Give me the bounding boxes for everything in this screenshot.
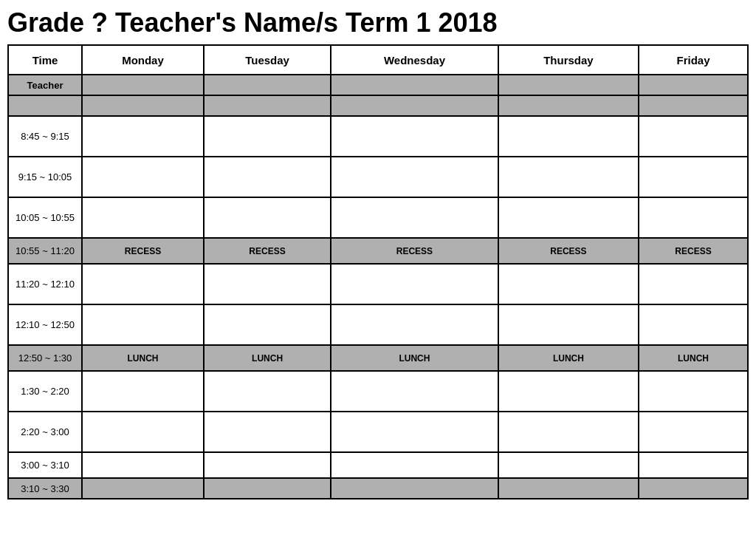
day-cell: LUNCH: [82, 345, 204, 371]
day-cell: [639, 95, 748, 116]
day-cell: [82, 197, 204, 238]
day-cell: [498, 452, 639, 478]
schedule-table: Time Monday Tuesday Wednesday Thursday F…: [7, 44, 749, 499]
day-cell: [82, 478, 204, 499]
time-cell: 10:55 ~ 11:20: [8, 238, 82, 264]
day-cell: [331, 264, 498, 304]
table-row: [8, 95, 748, 116]
day-cell: [82, 75, 204, 95]
day-cell: [204, 197, 331, 238]
time-cell: 2:20 ~ 3:00: [8, 412, 82, 452]
table-row: 8:45 ~ 9:15: [8, 116, 748, 157]
day-cell: [639, 75, 748, 95]
day-cell: RECESS: [331, 238, 498, 264]
day-cell: [498, 75, 639, 95]
schedule-body: Teacher8:45 ~ 9:159:15 ~ 10:0510:05 ~ 10…: [8, 75, 748, 499]
time-cell: 3:00 ~ 3:10: [8, 452, 82, 478]
day-cell: [639, 304, 748, 345]
day-cell: [331, 157, 498, 197]
header-monday: Monday: [82, 45, 204, 75]
table-row: 1:30 ~ 2:20: [8, 371, 748, 412]
day-cell: [498, 197, 639, 238]
day-cell: [639, 157, 748, 197]
day-cell: [82, 157, 204, 197]
day-cell: [498, 157, 639, 197]
table-row: 11:20 ~ 12:10: [8, 264, 748, 304]
table-row: 3:00 ~ 3:10: [8, 452, 748, 478]
day-cell: [498, 116, 639, 157]
time-cell: 3:10 ~ 3:30: [8, 478, 82, 499]
time-cell: [8, 95, 82, 116]
page-title: Grade ? Teacher's Name/s Term 1 2018: [7, 7, 749, 38]
day-cell: [82, 95, 204, 116]
day-cell: [331, 412, 498, 452]
day-cell: [331, 75, 498, 95]
day-cell: [498, 412, 639, 452]
time-cell: 8:45 ~ 9:15: [8, 116, 82, 157]
day-cell: [82, 304, 204, 345]
table-row: 3:10 ~ 3:30: [8, 478, 748, 499]
day-cell: [639, 371, 748, 412]
day-cell: [204, 75, 331, 95]
header-wednesday: Wednesday: [331, 45, 498, 75]
day-cell: LUNCH: [331, 345, 498, 371]
header-thursday: Thursday: [498, 45, 639, 75]
time-cell: 11:20 ~ 12:10: [8, 264, 82, 304]
day-cell: [498, 264, 639, 304]
day-cell: [498, 478, 639, 499]
day-cell: [331, 371, 498, 412]
day-cell: RECESS: [498, 238, 639, 264]
table-row: 12:50 ~ 1:30LUNCHLUNCHLUNCHLUNCHLUNCH: [8, 345, 748, 371]
day-cell: LUNCH: [639, 345, 748, 371]
day-cell: [204, 452, 331, 478]
day-cell: [82, 264, 204, 304]
day-cell: [82, 452, 204, 478]
day-cell: [498, 371, 639, 412]
day-cell: [331, 452, 498, 478]
day-cell: RECESS: [82, 238, 204, 264]
day-cell: LUNCH: [498, 345, 639, 371]
table-row: Teacher: [8, 75, 748, 95]
day-cell: [639, 478, 748, 499]
table-row: 9:15 ~ 10:05: [8, 157, 748, 197]
day-cell: [639, 264, 748, 304]
header-tuesday: Tuesday: [204, 45, 331, 75]
day-cell: [639, 116, 748, 157]
time-cell: 1:30 ~ 2:20: [8, 371, 82, 412]
day-cell: [331, 95, 498, 116]
table-row: 2:20 ~ 3:00: [8, 412, 748, 452]
table-row: 10:05 ~ 10:55: [8, 197, 748, 238]
day-cell: [204, 412, 331, 452]
day-cell: [82, 412, 204, 452]
day-cell: [498, 304, 639, 345]
day-cell: [639, 452, 748, 478]
day-cell: [498, 95, 639, 116]
day-cell: [331, 116, 498, 157]
day-cell: RECESS: [204, 238, 331, 264]
day-cell: [82, 371, 204, 412]
day-cell: [204, 371, 331, 412]
time-cell: 12:10 ~ 12:50: [8, 304, 82, 345]
day-cell: [82, 116, 204, 157]
day-cell: [204, 264, 331, 304]
header-row: Time Monday Tuesday Wednesday Thursday F…: [8, 45, 748, 75]
header-friday: Friday: [639, 45, 748, 75]
time-cell: 10:05 ~ 10:55: [8, 197, 82, 238]
time-cell: Teacher: [8, 75, 82, 95]
day-cell: [331, 478, 498, 499]
day-cell: [204, 157, 331, 197]
day-cell: [639, 412, 748, 452]
time-cell: 9:15 ~ 10:05: [8, 157, 82, 197]
header-time: Time: [8, 45, 82, 75]
day-cell: [204, 478, 331, 499]
day-cell: [331, 304, 498, 345]
day-cell: RECESS: [639, 238, 748, 264]
day-cell: [331, 197, 498, 238]
table-row: 10:55 ~ 11:20RECESSRECESSRECESSRECESSREC…: [8, 238, 748, 264]
day-cell: [204, 95, 331, 116]
time-cell: 12:50 ~ 1:30: [8, 345, 82, 371]
day-cell: [204, 116, 331, 157]
day-cell: LUNCH: [204, 345, 331, 371]
table-row: 12:10 ~ 12:50: [8, 304, 748, 345]
day-cell: [639, 197, 748, 238]
